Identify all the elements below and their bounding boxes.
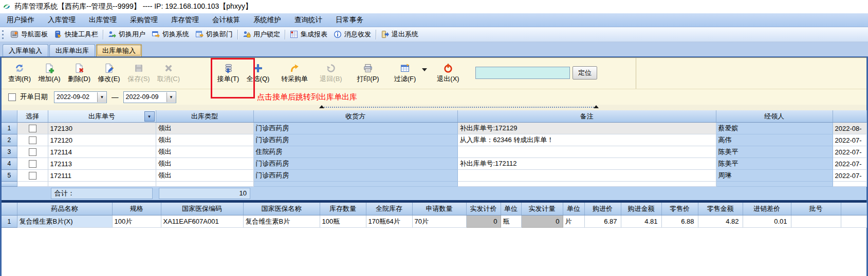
order-cell-date[interactable]: 2022-08- <box>833 123 866 134</box>
row-number[interactable]: 1 <box>2 215 17 228</box>
orders-col-header-2[interactable]: 出库单号▼ <box>48 110 156 123</box>
order-cell-type[interactable]: 领出 <box>156 134 253 146</box>
detail-cell-issue_count_qty[interactable]: 0 <box>521 215 563 228</box>
row-checkbox[interactable] <box>29 160 36 168</box>
order-cell-type[interactable]: 领出 <box>156 170 253 182</box>
detail-cell-stock_qty[interactable]: 100瓶 <box>320 215 366 228</box>
locate-button[interactable]: 定位 <box>572 66 597 80</box>
detail-cell-nhsa_code[interactable]: XA11EAF607A001 <box>161 215 243 228</box>
toolbar-item-message[interactable]: 消息收发 <box>330 28 374 41</box>
order-cell-handler[interactable]: 陈美平 <box>716 158 833 170</box>
order-cell-order_no[interactable]: 172111 <box>48 170 156 182</box>
order-row-5[interactable]: 5172111领出门诊西药房周琳2022-07- <box>2 170 866 182</box>
menu-item-2[interactable]: 出库管理 <box>82 13 123 27</box>
action-button-print[interactable]: 打印(P) <box>353 60 383 87</box>
menu-item-7[interactable]: 查询统计 <box>288 13 329 27</box>
tab-0[interactable]: 入库单输入 <box>3 44 48 56</box>
row-checkbox[interactable] <box>29 136 36 144</box>
splitter-bar[interactable] <box>2 105 866 110</box>
order-cell-type[interactable]: 领出 <box>156 146 253 158</box>
action-button-accept[interactable]: 接单(T) <box>213 60 243 87</box>
row-number[interactable]: 4 <box>2 158 17 170</box>
toolbar-item-switch-system[interactable]: 切换系统 <box>149 28 192 41</box>
order-cell-handler[interactable]: 蔡爱嫔 <box>716 123 833 134</box>
date-from-combo[interactable]: 2022-09-02 ▼ <box>54 91 107 103</box>
order-cell-date[interactable]: 2022-07- <box>833 170 866 182</box>
toolbar-item-nav-panel[interactable]: 导航面板 <box>7 28 51 41</box>
row-number[interactable]: 3 <box>2 146 17 158</box>
order-cell-type[interactable]: 领出 <box>156 158 253 170</box>
column-filter-button[interactable]: ▼ <box>144 111 155 122</box>
order-cell-order_no[interactable]: 172113 <box>48 158 156 170</box>
collapse-up-icon[interactable] <box>319 105 324 108</box>
detail-cell-issue_count_unit[interactable]: 片 <box>563 215 584 228</box>
detail-cell-issue_price_qty[interactable]: 0 <box>466 215 501 228</box>
detail-cell-nhsa_name[interactable]: 复合维生素B片 <box>243 215 320 228</box>
detail-cell-hospital_stock[interactable]: 170瓶64片 <box>366 215 412 228</box>
detail-cell-retail_price[interactable]: 6.88 <box>661 215 698 228</box>
order-row-2[interactable]: 2172120领出门诊西药房从入库单：62346 转成出库单！高伟2022-07… <box>2 134 866 146</box>
order-cell-receiver[interactable]: 门诊西药房 <box>253 134 457 146</box>
locate-input[interactable] <box>475 67 570 79</box>
menu-item-3[interactable]: 采购管理 <box>123 13 164 27</box>
detail-cell-spec[interactable]: 100片 <box>112 215 161 228</box>
toolbar-item-report[interactable]: 集成报表 <box>287 28 330 41</box>
row-checkbox[interactable] <box>29 148 36 156</box>
action-button-delete[interactable]: 删除(D) <box>64 60 94 87</box>
toolbar-item-switch-user[interactable]: 切换用户 <box>105 28 149 41</box>
action-button-edit[interactable]: 修改(E) <box>94 60 124 87</box>
order-cell-date[interactable]: 2022-07- <box>833 134 866 146</box>
detail-cell-purchase_price[interactable]: 6.87 <box>584 215 621 228</box>
order-cell-handler[interactable]: 周琳 <box>716 170 833 182</box>
action-button-refresh[interactable]: 查询(R) <box>5 60 34 87</box>
order-cell-date[interactable]: 2022-07- <box>833 146 866 158</box>
detail-row-1[interactable]: 1复合维生素B片(X)100片XA11EAF607A001复合维生素B片100瓶… <box>2 215 866 228</box>
action-button-filter[interactable]: 过滤(F) <box>390 60 420 87</box>
action-button-select-all[interactable]: 全选(Q) <box>243 60 273 87</box>
order-cell-receiver[interactable]: 门诊西药房 <box>253 170 457 182</box>
order-cell-date[interactable]: 2022-07- <box>833 158 866 170</box>
order-cell-handler[interactable]: 高伟 <box>716 134 833 146</box>
tab-1[interactable]: 出库单出库 <box>49 44 95 56</box>
menu-item-0[interactable]: 用户操作 <box>0 13 41 27</box>
toolbar-item-exit-system[interactable]: 退出系统 <box>378 28 421 41</box>
order-cell-order_no[interactable]: 172114 <box>48 146 156 158</box>
filter-dropdown-caret-icon[interactable] <box>422 68 427 71</box>
menu-item-6[interactable]: 系统维护 <box>247 13 288 27</box>
order-row-3[interactable]: 3172114领出住院药房陈美平2022-07- <box>2 146 866 158</box>
order-cell-remark[interactable] <box>457 170 716 182</box>
action-button-to-purchase[interactable]: 转采购单 <box>276 60 313 87</box>
order-cell-order_no[interactable]: 172130 <box>48 123 156 134</box>
order-cell-remark[interactable]: 补出库单号:172112 <box>457 158 716 170</box>
row-checkbox[interactable] <box>29 172 36 180</box>
toolbar-item-quick-toolbar[interactable]: 快捷工具栏 <box>51 28 101 41</box>
detail-cell-purchase_amount[interactable]: 4.81 <box>621 215 661 228</box>
menu-item-4[interactable]: 库存管理 <box>164 13 206 27</box>
detail-cell-batch_no[interactable] <box>791 215 841 228</box>
chevron-down-icon[interactable]: ▼ <box>97 92 106 102</box>
row-number[interactable]: 2 <box>2 134 17 146</box>
row-number[interactable]: 1 <box>2 123 17 134</box>
order-cell-remark[interactable]: 从入库单：62346 转成出库单！ <box>457 134 716 146</box>
order-row-1[interactable]: 1172130领出门诊西药房补出库单号:172129蔡爱嫔2022-08- <box>2 123 866 134</box>
toolbar-item-user-lock[interactable]: 用户锁定 <box>239 28 283 41</box>
action-button-exit[interactable]: 退出(X) <box>433 60 463 87</box>
menu-item-1[interactable]: 入库管理 <box>41 13 82 27</box>
menu-item-8[interactable]: 日常事务 <box>329 13 370 27</box>
order-cell-remark[interactable] <box>457 146 716 158</box>
action-button-add[interactable]: 增加(A) <box>34 60 64 87</box>
detail-cell-issue_price_unit[interactable]: 瓶 <box>501 215 521 228</box>
order-row-4[interactable]: 4172113领出门诊西药房补出库单号:172112陈美平2022-07- <box>2 158 866 170</box>
row-checkbox[interactable] <box>29 125 36 132</box>
tab-2[interactable]: 出库单输入 <box>96 44 142 56</box>
date-filter-checkbox[interactable] <box>8 93 16 101</box>
order-cell-receiver[interactable]: 住院药房 <box>253 146 457 158</box>
toolbar-item-switch-dept[interactable]: 切换部门 <box>192 28 236 41</box>
order-cell-receiver[interactable]: 门诊西药房 <box>253 158 457 170</box>
date-to-combo[interactable]: 2022-09-09 ▼ <box>123 91 176 103</box>
order-cell-order_no[interactable]: 172120 <box>48 134 156 146</box>
order-cell-remark[interactable]: 补出库单号:172129 <box>457 123 716 134</box>
detail-cell-request_qty[interactable]: 70片 <box>412 215 466 228</box>
menu-item-5[interactable]: 会计核算 <box>206 13 247 27</box>
detail-cell-name[interactable]: 复合维生素B片(X) <box>17 215 112 228</box>
